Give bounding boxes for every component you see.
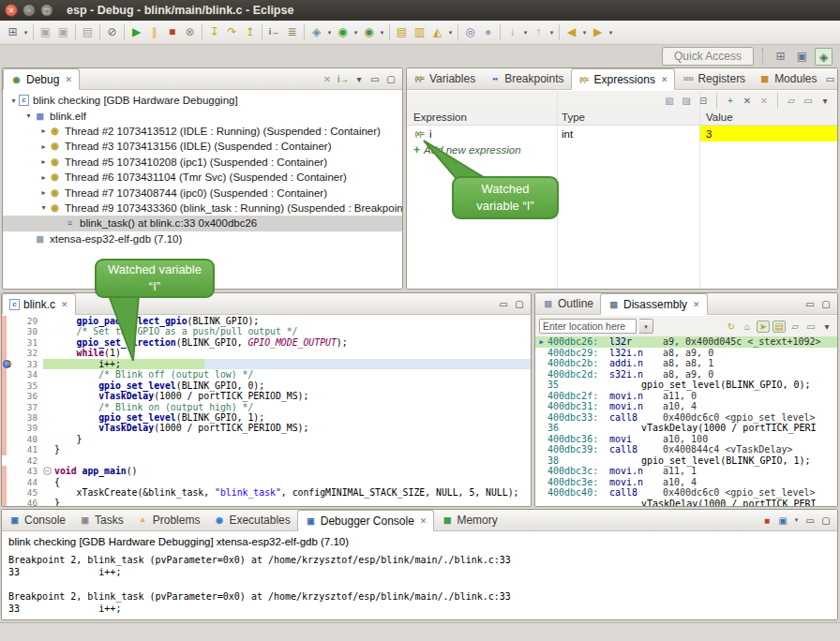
close-tab-icon[interactable]: ✕	[61, 300, 68, 309]
location-combo[interactable]: Enter location here	[539, 319, 637, 334]
show-logical-structures-icon[interactable]: ▨	[680, 96, 693, 106]
code-line[interactable]: 43−void app_main()	[2, 466, 531, 476]
resume-icon[interactable]: ▶	[128, 23, 145, 41]
disassembly-line[interactable]: 400dbc3e:movi.na10, 4	[535, 477, 837, 488]
minimize-icon[interactable]: ▭	[803, 299, 817, 309]
show-type-names-icon[interactable]: ▧	[663, 96, 676, 106]
tree-expand-icon[interactable]: ▸	[38, 173, 49, 182]
disassembly-line[interactable]: 38gpio_set_level(BLINK_GPIO, 1);	[535, 455, 837, 467]
last-edit-location-icon[interactable]: ↓	[503, 23, 521, 41]
debug-tree-item[interactable]: ≡blink_task() at blink.c:33 0x400dbc26	[3, 216, 402, 231]
code-line[interactable]: 36 vTaskDelay(1000 / portTICK_PERIOD_MS)…	[2, 391, 531, 401]
tab-tasks[interactable]: ▣ Tasks	[72, 510, 130, 530]
disassembly-line[interactable]: 400dbc2d:s32i.na8, a9, 0	[535, 369, 837, 380]
window-minimize-button[interactable]: −	[22, 4, 36, 17]
close-tab-icon[interactable]: ✕	[661, 75, 668, 84]
disassembly-line[interactable]: ▶400dbc26:l32ra9, 0x400d045c <_stext+109…	[535, 336, 837, 348]
tab-problems[interactable]: ▲ Problems	[130, 510, 207, 530]
suspend-icon[interactable]: ∥	[145, 23, 163, 41]
save-all-icon[interactable]: ▣	[54, 23, 72, 41]
open-web-icon[interactable]: ●	[479, 23, 497, 41]
debug-tree-item[interactable]: ▸◉Thread #3 1073413156 (IDLE) (Suspended…	[3, 139, 402, 154]
tab-breakpoints[interactable]: ●● Breakpoints	[482, 68, 570, 89]
pin-view-icon[interactable]: ▭	[802, 96, 815, 106]
disassembly-line[interactable]: 400dbc2f:movi.na11, 0	[535, 391, 837, 402]
forward-dropdown-icon[interactable]: ▾	[607, 29, 615, 37]
run-launch-icon[interactable]: ◉	[334, 23, 352, 41]
debug-tree-item[interactable]: ▸◉Thread #5 1073410208 (ipc1) (Suspended…	[3, 155, 402, 170]
debug-tree-item[interactable]: ▸◉Thread #6 1073431104 (Tmr Svc) (Suspen…	[3, 170, 402, 185]
code-line[interactable]: 29 gpio_pad_select_gpio(BLINK_GPIO);	[2, 316, 531, 326]
step-over-icon[interactable]: ↷	[223, 23, 241, 41]
launch-config-icon[interactable]: ◭	[428, 23, 446, 41]
view-menu-icon[interactable]: ▾	[820, 321, 833, 332]
search-icon[interactable]: ◎	[461, 23, 479, 41]
use-step-filters-icon[interactable]: ≣	[283, 23, 301, 41]
location-combo-dropdown-icon[interactable]: ▾	[639, 319, 653, 334]
code-line[interactable]: 31 gpio_set_direction(BLINK_GPIO, GPIO_M…	[2, 337, 531, 348]
maximize-icon[interactable]: ▢	[513, 299, 526, 309]
remove-expression-icon[interactable]: ✕	[741, 96, 754, 106]
code-line[interactable]: 39 vTaskDelay(1000 / portTICK_PERIOD_MS)…	[2, 423, 531, 433]
column-divider[interactable]	[699, 87, 700, 289]
debug-perspective-icon[interactable]: ◈	[815, 48, 832, 66]
close-tab-icon[interactable]: ✕	[65, 75, 72, 84]
instruction-stepping-icon[interactable]: i→	[265, 23, 283, 41]
tree-expand-icon[interactable]: ▸	[38, 157, 49, 166]
column-value[interactable]: Value	[699, 110, 837, 125]
code-line[interactable]: 45 xTaskCreate(&blink_task, "blink_task"…	[2, 487, 531, 498]
close-tab-icon[interactable]: ✕	[420, 516, 428, 526]
debug-launch-icon[interactable]: ◈	[308, 23, 325, 41]
tab-executables[interactable]: ◉ Executables	[206, 510, 296, 530]
code-line[interactable]: 40 }	[2, 434, 531, 444]
code-editor[interactable]: 29 gpio_pad_select_gpio(BLINK_GPIO);30 /…	[2, 316, 531, 506]
tab-modules[interactable]: ▦ Modules	[752, 68, 823, 89]
open-perspective-icon[interactable]: ⊞	[772, 48, 789, 66]
window-maximize-button[interactable]: ▢	[40, 4, 53, 17]
pin-view-icon[interactable]: ▭	[804, 321, 818, 332]
go-to-last-position-icon[interactable]: ↑	[530, 23, 548, 41]
view-menu-icon[interactable]: ▾	[818, 96, 832, 106]
step-into-icon[interactable]: ↧	[205, 23, 223, 41]
debug-tree-item[interactable]: ▦xtensa-esp32-elf-gdb (7.10)	[3, 231, 402, 246]
disassembly-line[interactable]: 400dbc36:movia10, 100	[535, 434, 837, 445]
maximize-icon[interactable]: ▢	[819, 299, 832, 309]
window-close-button[interactable]: ✕	[5, 4, 18, 17]
go-to-last-position-dropdown-icon[interactable]: ▾	[548, 29, 556, 37]
instruction-stepping-toggle-icon[interactable]: i→	[337, 74, 350, 84]
code-line[interactable]: ➤33 i++;	[2, 359, 531, 369]
home-icon[interactable]: ⌂	[741, 321, 754, 332]
debug-tree-item[interactable]: ▸◉Thread #7 1073408744 (ipc0) (Suspended…	[3, 185, 402, 200]
code-line[interactable]: 38 gpio_set_level(BLINK_GPIO, 1);	[2, 412, 531, 423]
show-source-icon[interactable]: ▤	[772, 320, 786, 333]
code-line[interactable]: 46}	[2, 498, 531, 506]
tree-expand-icon[interactable]: ▾	[38, 203, 49, 212]
disassembly-line[interactable]: 400dbc3c:movi.na11, 1	[535, 466, 837, 477]
debug-tree-item[interactable]: ▾cblink checking [GDB Hardware Debugging…	[3, 93, 402, 108]
new-wizard-dropdown-icon[interactable]: ▾	[22, 29, 30, 37]
tab-disassembly[interactable]: ▤ Disassembly ✕	[600, 293, 708, 315]
last-edit-location-dropdown-icon[interactable]: ▾	[521, 29, 530, 37]
tree-expand-icon[interactable]: ▸	[38, 142, 49, 151]
skip-all-breakpoints-icon[interactable]: ⊘	[103, 23, 121, 41]
code-line[interactable]: 42	[2, 455, 531, 466]
column-expression[interactable]: Expression	[407, 110, 557, 125]
display-selected-console-dropdown-icon[interactable]: ▾	[792, 516, 801, 524]
new-wizard-icon[interactable]: ⊞	[4, 23, 22, 41]
back-icon[interactable]: ◀	[562, 23, 580, 41]
back-dropdown-icon[interactable]: ▾	[580, 29, 589, 37]
disassembly-listing[interactable]: ▶400dbc26:l32ra9, 0x400d045c <_stext+109…	[535, 336, 837, 506]
code-line[interactable]: 34 /* Blink off (output low) */	[2, 369, 531, 380]
code-line[interactable]: 44{	[2, 477, 531, 487]
fold-marker-icon[interactable]: −	[43, 467, 52, 475]
tab-blink-c[interactable]: c blink.c ✕	[2, 293, 76, 315]
save-icon[interactable]: ▣	[37, 23, 54, 41]
track-pc-icon[interactable]: ➤	[757, 320, 770, 333]
debug-tree-item[interactable]: ▸◉Thread #2 1073413512 (IDLE : Running) …	[3, 124, 402, 139]
open-project-icon[interactable]: ▥	[411, 23, 428, 41]
maximize-icon[interactable]: ▢	[384, 74, 398, 84]
forward-icon[interactable]: ▶	[589, 23, 607, 41]
tab-outline[interactable]: ▤ Outline	[535, 293, 600, 314]
maximize-icon[interactable]: ▢	[819, 515, 832, 526]
external-tools-icon[interactable]: ◉	[360, 23, 378, 41]
